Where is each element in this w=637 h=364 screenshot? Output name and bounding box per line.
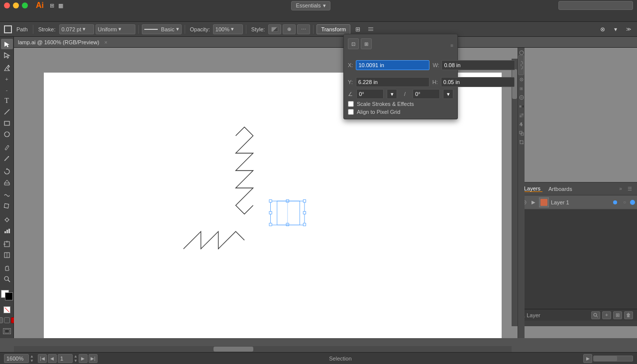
type-tool-button[interactable]: T xyxy=(1,96,13,106)
layers-tab[interactable]: Layers xyxy=(522,185,542,192)
symbol-sprayer-button[interactable] xyxy=(1,215,13,225)
angle-dropdown[interactable]: ▾ xyxy=(387,89,397,99)
page-up-button[interactable]: ▲ xyxy=(74,354,78,359)
separator-3 xyxy=(185,25,185,34)
align-icon[interactable] xyxy=(519,121,525,127)
layers-options-button[interactable]: ☰ xyxy=(626,185,633,192)
search-input[interactable] xyxy=(558,1,633,10)
free-transform-button[interactable] xyxy=(1,201,13,212)
align-button[interactable]: ⊞ xyxy=(352,24,363,34)
line-tool-button[interactable] xyxy=(1,107,13,117)
none-swatch-button[interactable] xyxy=(1,304,13,316)
x-input[interactable] xyxy=(356,60,429,70)
zoom-input[interactable] xyxy=(4,354,29,363)
w-input[interactable] xyxy=(441,60,515,70)
close-window-button[interactable] xyxy=(4,2,10,8)
svg-line-53 xyxy=(596,316,598,317)
scale-strokes-checkbox[interactable] xyxy=(348,101,354,107)
appearance-icon[interactable] xyxy=(519,94,525,100)
gradient-icon[interactable] xyxy=(519,103,525,109)
align-pixel-checkbox[interactable] xyxy=(348,109,354,115)
panel-options-btn[interactable] xyxy=(365,24,376,34)
column-graph-button[interactable] xyxy=(1,226,13,236)
horizontal-scrollbar-thumb[interactable] xyxy=(213,347,253,352)
slice-tool-button[interactable] xyxy=(1,250,13,260)
opacity-dropdown[interactable]: 100% ▾ xyxy=(213,24,243,34)
layer-expand-button[interactable]: ▶ xyxy=(530,199,537,206)
zoom-up-button[interactable]: ▲ xyxy=(30,354,34,359)
delete-anchor-tool-button[interactable]: - xyxy=(1,85,13,95)
search-layer-button[interactable] xyxy=(591,311,600,319)
shear-dropdown[interactable]: ▾ xyxy=(443,89,453,99)
more-options-button[interactable]: ▾ xyxy=(610,24,621,34)
layer-target-indicator[interactable] xyxy=(630,200,635,205)
style-selector[interactable] xyxy=(268,24,281,34)
graphic-styles-icon[interactable]: ⊞ xyxy=(519,86,525,91)
brush-tool-button[interactable] xyxy=(1,153,13,164)
canvas-close-button[interactable]: × xyxy=(104,39,107,45)
transform-align-tc[interactable]: ⊞ xyxy=(361,38,372,49)
play-button[interactable]: ▶ xyxy=(583,354,592,363)
prev-page-button[interactable]: ◀ xyxy=(48,354,57,363)
delete-layer-button[interactable]: 🗑 xyxy=(624,311,633,319)
layers-forward-button[interactable]: » xyxy=(617,185,624,192)
shear-input[interactable] xyxy=(413,89,440,99)
minimize-window-button[interactable] xyxy=(13,2,19,8)
layer-lock-button[interactable]: ○ xyxy=(621,199,628,206)
link-dimensions-button[interactable] xyxy=(518,55,524,75)
arrange-button[interactable]: ⊗ xyxy=(597,24,608,34)
brush-dropdown[interactable]: Basic ▾ xyxy=(142,24,182,34)
zoom-tool-button[interactable] xyxy=(1,274,13,284)
last-page-button[interactable]: ▶| xyxy=(89,354,98,363)
stroke-color-swatch[interactable] xyxy=(5,292,13,300)
angle-input[interactable] xyxy=(356,89,384,99)
transform-panel-collapse[interactable]: ≡ xyxy=(450,43,453,48)
toolbar-collapse-button[interactable]: ≫ xyxy=(623,24,634,34)
next-page-button[interactable]: ▶ xyxy=(79,354,88,363)
style-options-btn[interactable]: ⋯ xyxy=(297,24,310,34)
maximize-window-button[interactable] xyxy=(22,2,28,8)
symbols-icon[interactable] xyxy=(519,77,525,83)
style-icon-btn[interactable]: ⊕ xyxy=(283,24,296,34)
direct-selection-tool-button[interactable] xyxy=(1,50,13,60)
pencil-tool-button[interactable] xyxy=(1,142,13,153)
move-to-layer-button[interactable]: ⊞ xyxy=(613,311,622,319)
artboards-tab[interactable]: Artboards xyxy=(546,186,574,192)
hand-tool-button[interactable] xyxy=(1,263,13,273)
bridge-button[interactable]: ⊞ xyxy=(50,2,54,9)
titlebar: Ai ⊞ ▦ Essentials ▾ xyxy=(0,0,637,11)
ellipse-tool-button[interactable] xyxy=(1,129,13,139)
stroke-value-dropdown[interactable]: 0.072 pt ▾ xyxy=(59,24,94,34)
pathfinder-icon[interactable] xyxy=(519,130,525,136)
horizontal-scrollbar[interactable] xyxy=(14,346,512,352)
page-input[interactable] xyxy=(58,354,73,363)
zoom-down-button[interactable]: ▼ xyxy=(30,359,34,363)
layer-1-row[interactable]: ▶ Layer 1 ○ xyxy=(518,195,637,209)
artboard-tool-button[interactable] xyxy=(1,239,13,249)
warp-tool-button[interactable] xyxy=(1,190,13,201)
add-anchor-tool-button[interactable]: + xyxy=(1,74,13,85)
pen-tool-button[interactable] xyxy=(1,63,13,74)
rectangle-tool-button[interactable] xyxy=(1,118,13,128)
transparency-icon[interactable] xyxy=(519,112,525,118)
transform-panel-icon[interactable] xyxy=(519,139,525,145)
essentials-button[interactable]: Essentials ▾ xyxy=(291,1,330,10)
first-page-button[interactable]: |◀ xyxy=(38,354,47,363)
transform-align-tl[interactable]: ⊡ xyxy=(348,38,359,49)
new-layer-button[interactable]: + xyxy=(602,311,611,319)
scale-tool-button[interactable] xyxy=(1,177,13,187)
normal-screen-button[interactable] xyxy=(0,317,3,323)
rotate-tool-button[interactable] xyxy=(1,166,13,177)
full-screen-button[interactable] xyxy=(4,317,10,323)
right-strip: ⊞ xyxy=(518,48,525,338)
h-input[interactable] xyxy=(441,77,515,87)
page-down-button[interactable]: ▼ xyxy=(74,359,78,363)
workspace-button[interactable]: ▦ xyxy=(58,2,63,9)
selection-tool-button[interactable] xyxy=(1,39,13,49)
stroke-type-dropdown[interactable]: Uniform ▾ xyxy=(96,24,135,34)
y-input[interactable] xyxy=(356,77,429,87)
stroke-color-swatch[interactable] xyxy=(3,24,13,34)
vertical-scrollbar[interactable] xyxy=(512,59,518,326)
transform-button[interactable]: Transform xyxy=(317,24,350,34)
change-screen-button[interactable] xyxy=(1,326,13,336)
